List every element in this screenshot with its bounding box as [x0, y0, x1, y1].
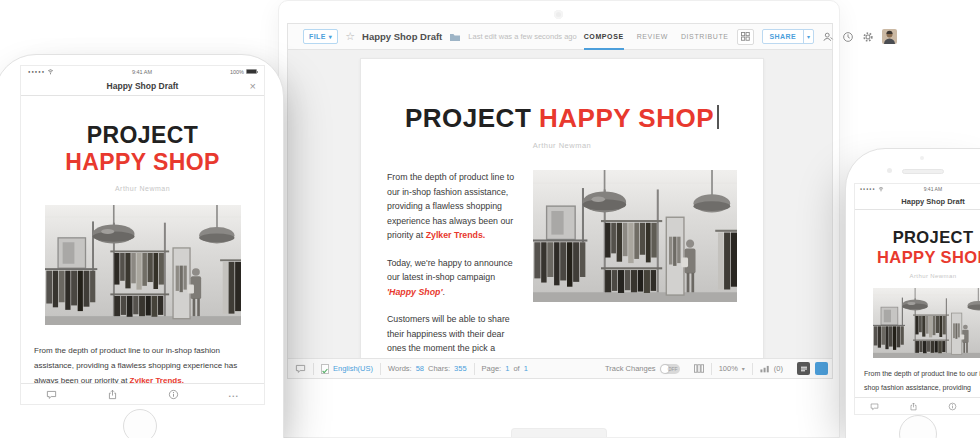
- document-title: Happy Shop Draft: [362, 31, 442, 42]
- comments-panel-button[interactable]: [288, 363, 314, 375]
- page-value: 1: [505, 364, 509, 373]
- page-view-button[interactable]: [797, 362, 810, 375]
- tablet-bottom-toolbar: ...: [21, 383, 264, 404]
- spellcheck-doc-icon: [321, 364, 329, 374]
- language-selector[interactable]: English(US): [314, 363, 381, 375]
- statusbar-right-group: Track Changes OFF: [598, 363, 832, 375]
- mode-tabs: COMPOSE REVIEW DISTRIBUTE: [584, 24, 729, 50]
- phone-speaker: [902, 169, 944, 174]
- author-byline: Arthur Newman: [361, 141, 763, 150]
- chars-value: 355: [454, 364, 467, 373]
- history-clock-icon[interactable]: [842, 31, 854, 43]
- wifi-icon: [47, 68, 54, 75]
- phone-sensor-dot: [920, 156, 924, 160]
- paragraph-3: Customers will be able to share their ha…: [387, 312, 525, 358]
- zylker-trends-highlight: Zylker Trends.: [426, 230, 486, 240]
- tablet-body-text[interactable]: From the depth of product line to our in…: [34, 343, 251, 388]
- web-view-button[interactable]: [815, 362, 828, 375]
- tablet-doc-title: Happy Shop Draft: [107, 81, 179, 91]
- collaborators-icon[interactable]: [822, 31, 834, 43]
- title-red: HAPPY SHOP: [21, 149, 264, 176]
- user-avatar[interactable]: [882, 29, 897, 44]
- store-photo[interactable]: [45, 205, 241, 325]
- info-icon[interactable]: [948, 402, 957, 411]
- track-changes-control[interactable]: Track Changes OFF: [598, 363, 687, 375]
- favorite-star-icon[interactable]: ☆: [345, 31, 355, 42]
- word-char-count[interactable]: Words: 58 Chars: 355: [381, 363, 475, 375]
- phone-status-bar: ●●●●● 9:41 AM 100%: [855, 184, 980, 194]
- templates-grid-icon[interactable]: [737, 29, 754, 45]
- comments-icon[interactable]: [870, 402, 879, 411]
- happy-shop-highlight: 'Happy Shop': [387, 287, 443, 297]
- folder-icon[interactable]: [449, 32, 461, 42]
- clock-time: 9:41 AM: [132, 69, 152, 75]
- title-black: PROJECT: [855, 227, 980, 247]
- tablet-device: ●●●●● 9:41 AM 100% Happy Shop Draft × PR…: [0, 54, 284, 438]
- share-icon[interactable]: [909, 402, 918, 411]
- body-text-column[interactable]: From the depth of product line to our in…: [387, 170, 525, 358]
- tab-review[interactable]: REVIEW: [637, 24, 668, 50]
- track-changes-toggle[interactable]: OFF: [660, 364, 680, 374]
- author-byline: Arthur Newman: [21, 185, 264, 192]
- text-cursor: [717, 105, 719, 129]
- page-title: PROJECT HAPPY SHOP: [361, 103, 763, 134]
- view-mode-buttons: [790, 363, 832, 375]
- toggle-state: OFF: [668, 366, 678, 372]
- tablet-nav-bar: Happy Shop Draft ×: [21, 77, 264, 96]
- zoom-control[interactable]: 100% ▾: [712, 363, 753, 375]
- phone-camera: [887, 168, 892, 173]
- share-icon[interactable]: [107, 389, 118, 400]
- share-button[interactable]: SHARE ▾: [762, 29, 815, 44]
- comments-count[interactable]: (0): [753, 363, 790, 375]
- paragraph-2: Today, we're happy to announce our lates…: [387, 256, 525, 300]
- file-menu-button[interactable]: FILE ▾: [303, 29, 338, 44]
- author-byline: Arthur Newman: [855, 273, 980, 279]
- content-columns: From the depth of product line to our in…: [361, 170, 763, 358]
- screenshot-stage: FILE ▾ ☆ Happy Shop Draft Last edit was …: [0, 0, 980, 438]
- info-icon[interactable]: [168, 389, 179, 400]
- home-button[interactable]: [899, 415, 937, 438]
- tab-distribute[interactable]: DISTRIBUTE: [681, 24, 729, 50]
- status-bar: English(US) Words: 58 Chars: 355 Page: 1…: [288, 358, 832, 378]
- title-black: PROJECT: [21, 122, 264, 149]
- signal-dots: ●●●●●: [860, 187, 876, 191]
- chevron-down-icon: ▾: [329, 33, 332, 40]
- desktop-monitor: FILE ▾ ☆ Happy Shop Draft Last edit was …: [278, 0, 840, 438]
- store-photo[interactable]: [873, 288, 980, 358]
- title-black: PROJECT: [405, 103, 531, 133]
- phone-doc-title: Happy Shop Draft: [901, 197, 964, 206]
- share-button-label: SHARE: [763, 30, 804, 43]
- tab-compose[interactable]: COMPOSE: [584, 24, 624, 50]
- tablet-page-title: PROJECT HAPPY SHOP: [21, 122, 264, 176]
- battery-icon: [246, 69, 257, 74]
- comments-icon[interactable]: [46, 389, 57, 400]
- title-red: HAPPY SHOP: [539, 103, 714, 133]
- file-menu-label: FILE: [309, 33, 326, 40]
- signal-dots: ●●●●●: [28, 69, 45, 74]
- paragraph-1: From the depth of product line to our in…: [387, 170, 525, 243]
- pages-value: 1: [524, 364, 528, 373]
- top-toolbar: FILE ▾ ☆ Happy Shop Draft Last edit was …: [288, 24, 832, 50]
- words-value: 58: [416, 364, 424, 373]
- view-columns-button[interactable]: [687, 363, 712, 375]
- phone-page-title: PROJECT HAPPY SHOP: [855, 227, 980, 267]
- share-dropdown-caret[interactable]: ▾: [803, 30, 813, 43]
- store-photo[interactable]: [533, 170, 737, 302]
- document-page[interactable]: PROJECT HAPPY SHOP Arthur Newman From th…: [360, 58, 764, 358]
- document-canvas: PROJECT HAPPY SHOP Arthur Newman From th…: [288, 50, 832, 358]
- tablet-screen: ●●●●● 9:41 AM 100% Happy Shop Draft × PR…: [20, 65, 265, 405]
- toolbar-right-group: COMPOSE REVIEW DISTRIBUTE SHARE: [584, 24, 897, 50]
- phone-screen: ●●●●● 9:41 AM 100% Happy Shop Draft × PR…: [854, 183, 980, 415]
- settings-gear-icon[interactable]: [862, 31, 874, 43]
- tablet-status-bar: ●●●●● 9:41 AM 100%: [21, 66, 264, 77]
- clock-time: 9:41 AM: [924, 186, 942, 192]
- last-edit-status: Last edit was a few seconds ago: [468, 32, 576, 41]
- home-button[interactable]: [123, 409, 157, 438]
- writer-app-window: FILE ▾ ☆ Happy Shop Draft Last edit was …: [287, 23, 833, 379]
- phone-body-text[interactable]: From the depth of product line to our in…: [864, 367, 980, 394]
- language-label: English(US): [333, 364, 373, 373]
- page-indicator: Page: 1 of 1: [475, 363, 535, 375]
- wifi-icon: [878, 186, 884, 192]
- close-icon[interactable]: ×: [250, 81, 256, 92]
- more-options-icon[interactable]: ...: [229, 390, 240, 399]
